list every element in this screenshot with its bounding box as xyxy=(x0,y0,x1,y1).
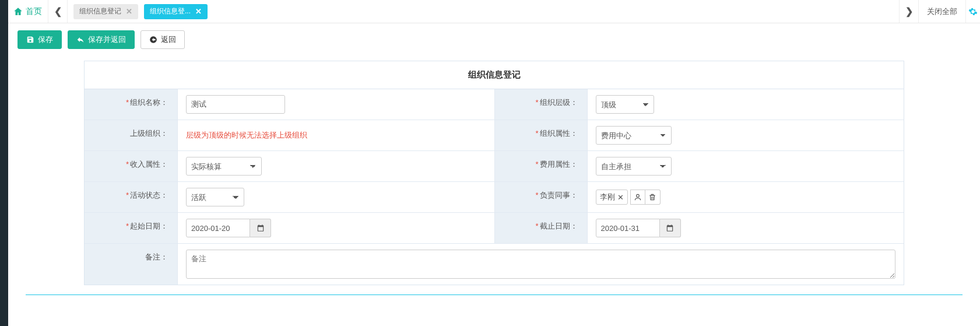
income-attr-select[interactable]: 实际核算 xyxy=(186,157,262,176)
svg-point-0 xyxy=(636,194,639,197)
end-date-input[interactable] xyxy=(596,219,660,237)
tab-label: 组织信息登... xyxy=(150,6,191,16)
save-icon xyxy=(26,36,34,44)
label-fee-attr: *费用属性： xyxy=(494,151,588,181)
start-date-input[interactable] xyxy=(186,219,250,237)
parent-org-note: 层级为顶级的时候无法选择上级组织 xyxy=(186,130,307,141)
tab-bar: 首页 ❮ 组织信息登记 ✕ 组织信息登... ✕ ❯ 关闭全部 xyxy=(8,0,980,23)
save-button[interactable]: 保存 xyxy=(17,30,62,49)
close-icon[interactable]: ✕ xyxy=(126,7,132,16)
label-org-level: *组织层级： xyxy=(494,89,588,120)
calendar-icon[interactable] xyxy=(660,219,681,237)
back-label: 返回 xyxy=(161,34,176,45)
tabs-container: 组织信息登记 ✕ 组织信息登... ✕ xyxy=(68,0,899,23)
back-circle-icon xyxy=(149,36,157,44)
responsible-name: 李刚 xyxy=(600,192,615,202)
tab-org-register-1[interactable]: 组织信息登记 ✕ xyxy=(73,4,138,19)
save-label: 保存 xyxy=(38,34,53,45)
back-button[interactable]: 返回 xyxy=(140,30,185,49)
active-status-select[interactable]: 活跃 xyxy=(186,188,244,206)
close-all-tabs[interactable]: 关闭全部 xyxy=(919,0,966,23)
tabs-next[interactable]: ❯ xyxy=(899,0,919,23)
back-arrow-icon xyxy=(76,36,85,44)
remove-tag-icon[interactable]: ✕ xyxy=(617,193,624,202)
home-icon xyxy=(13,6,23,17)
tab-org-register-2[interactable]: 组织信息登... ✕ xyxy=(144,4,208,19)
label-org-name: *组织名称： xyxy=(85,89,178,120)
form-title: 组织信息登记 xyxy=(85,61,904,89)
label-org-attr: *组织属性： xyxy=(494,120,588,150)
label-parent-org: 上级组织： xyxy=(85,120,178,150)
org-attr-select[interactable]: 费用中心 xyxy=(596,126,672,145)
home-link[interactable]: 首页 xyxy=(8,0,48,23)
calendar-icon[interactable] xyxy=(250,219,271,237)
org-level-select[interactable]: 顶级 xyxy=(596,95,654,114)
pick-user-button[interactable] xyxy=(630,190,645,205)
label-responsible: *负责同事： xyxy=(494,182,588,212)
divider xyxy=(26,295,963,295)
gear-icon[interactable] xyxy=(966,0,980,23)
label-income-attr: *收入属性： xyxy=(85,151,178,181)
form-panel: 组织信息登记 *组织名称： *组织层级： 顶级 上级组 xyxy=(84,61,904,285)
save-back-label: 保存并返回 xyxy=(88,34,126,45)
label-active-status: *活动状态： xyxy=(85,182,178,212)
trash-icon xyxy=(648,193,656,201)
org-name-input[interactable] xyxy=(186,95,285,114)
fee-attr-select[interactable]: 自主承担 xyxy=(596,157,672,176)
user-icon xyxy=(634,193,642,201)
label-end-date: *截止日期： xyxy=(494,213,588,243)
tabs-prev[interactable]: ❮ xyxy=(48,0,68,23)
label-start-date: *起始日期： xyxy=(85,213,178,243)
toolbar: 保存 保存并返回 返回 xyxy=(8,23,980,49)
remark-textarea[interactable] xyxy=(186,250,895,279)
responsible-tag[interactable]: 李刚 ✕ xyxy=(596,190,628,205)
label-remark: 备注： xyxy=(85,244,178,285)
save-back-button[interactable]: 保存并返回 xyxy=(68,30,135,49)
close-icon[interactable]: ✕ xyxy=(195,7,202,16)
home-label: 首页 xyxy=(26,6,42,17)
delete-user-button[interactable] xyxy=(645,190,661,205)
tab-label: 组织信息登记 xyxy=(79,6,121,16)
